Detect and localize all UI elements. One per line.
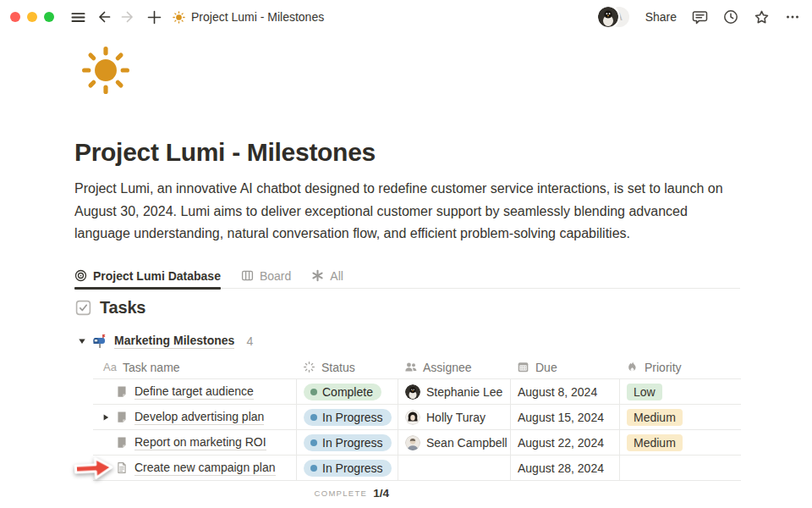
tab-project-lumi-database[interactable]: Project Lumi Database <box>74 263 221 289</box>
table-row[interactable]: Create new campaign planIn ProgressAugus… <box>93 456 741 481</box>
status-cell[interactable]: In Progress <box>296 456 398 481</box>
column-header-task-name[interactable]: Aa Task name <box>93 356 296 379</box>
share-button[interactable]: Share <box>645 10 677 24</box>
board-icon <box>241 269 254 282</box>
due-cell[interactable]: August 15, 2024 <box>510 405 619 430</box>
close-window-button[interactable] <box>10 12 20 22</box>
priority-badge[interactable]: Medium <box>627 434 683 451</box>
assignee-name: Holly Turay <box>426 411 486 424</box>
page-title: Project Lumi - Milestones <box>74 136 376 168</box>
assignee-cell[interactable]: Sean Campbell <box>398 430 510 456</box>
priority-cell[interactable]: Medium <box>619 430 741 456</box>
status-dot-icon <box>310 389 317 395</box>
status-cell[interactable]: In Progress <box>296 430 398 456</box>
task-name-link[interactable]: Define target audience <box>134 384 254 400</box>
view-tabs: Project Lumi Database Board All <box>74 263 740 289</box>
due-date: August 8, 2024 <box>518 385 597 399</box>
priority-badge[interactable]: Low <box>627 384 662 400</box>
text-aa-icon: Aa <box>103 361 117 373</box>
column-header-assignee[interactable]: Assignee <box>398 356 510 379</box>
assignee-avatar <box>405 384 420 400</box>
group-header: Marketing Milestones 4 <box>75 334 253 349</box>
forward-arrow-icon[interactable] <box>118 7 139 27</box>
group-name-link[interactable]: Marketing Milestones <box>114 334 234 349</box>
column-header-due[interactable]: Due <box>510 356 619 379</box>
due-date: August 22, 2024 <box>518 436 604 450</box>
table-header: Aa Task name Status Assignee Due <box>93 356 741 379</box>
page-icon <box>115 385 129 398</box>
table-row[interactable]: Develop advertising planIn ProgressHolly… <box>93 405 741 430</box>
tab-all[interactable]: All <box>311 263 343 289</box>
due-date: August 15, 2024 <box>518 411 604 424</box>
section-heading: Tasks <box>100 298 145 318</box>
status-badge[interactable]: In Progress <box>304 409 392 426</box>
column-header-priority[interactable]: Priority <box>619 356 741 379</box>
titlebar: Project Lumi - Milestones A Share <box>0 0 812 34</box>
status-dot-icon <box>310 414 317 421</box>
task-name-link[interactable]: Report on marketing ROI <box>134 435 266 450</box>
table-row[interactable]: Define target audienceCompleteStephanie … <box>93 379 741 405</box>
mailbox-icon <box>92 334 107 349</box>
assignee-cell[interactable]: Holly Turay <box>398 405 510 430</box>
assignee-name: Stephanie Lee <box>426 385 502 399</box>
assignee-avatar <box>405 410 420 425</box>
history-clock-icon[interactable] <box>723 9 738 25</box>
asterisk-icon <box>311 269 324 282</box>
status-dot-icon <box>310 465 317 472</box>
table-row[interactable]: Report on marketing ROIIn ProgressSean C… <box>93 430 741 456</box>
new-tab-plus-icon[interactable] <box>144 7 164 27</box>
checkbox-icon <box>75 300 91 316</box>
task-name-link[interactable]: Create new campaign plan <box>134 461 276 476</box>
priority-badge[interactable]: Medium <box>627 409 683 426</box>
sidebar-menu-icon[interactable] <box>68 7 88 27</box>
minimize-window-button[interactable] <box>27 12 37 22</box>
priority-cell[interactable]: Medium <box>619 405 741 430</box>
priority-cell[interactable] <box>619 456 741 481</box>
column-header-status[interactable]: Status <box>296 356 398 379</box>
page-icon <box>115 411 129 423</box>
comments-icon[interactable] <box>692 9 708 25</box>
traffic-lights <box>10 12 54 22</box>
collaborator-avatars[interactable]: A <box>598 7 630 27</box>
status-badge[interactable]: In Progress <box>304 434 392 451</box>
table-body: Define target audienceCompleteStephanie … <box>93 379 741 481</box>
status-cell[interactable]: Complete <box>296 379 398 405</box>
page-outline-icon <box>115 461 129 474</box>
group-count: 4 <box>246 334 253 348</box>
back-arrow-icon[interactable] <box>93 7 113 27</box>
status-badge[interactable]: In Progress <box>304 460 392 477</box>
calendar-icon <box>517 361 529 373</box>
zoom-window-button[interactable] <box>44 12 54 22</box>
priority-cell[interactable]: Low <box>619 379 741 405</box>
page-icon <box>115 436 129 449</box>
status-dot-icon <box>310 439 317 446</box>
status-spinner-icon <box>303 361 315 373</box>
task-name-link[interactable]: Develop advertising plan <box>134 410 264 425</box>
due-date: August 28, 2024 <box>518 461 604 475</box>
row-expand-caret-icon[interactable] <box>96 413 115 422</box>
assignee-cell[interactable] <box>398 456 510 481</box>
status-badge[interactable]: Complete <box>304 384 381 400</box>
flame-icon <box>626 361 639 373</box>
favorite-star-icon[interactable] <box>754 9 770 25</box>
people-icon <box>404 361 417 373</box>
assignee-cell[interactable]: Stephanie Lee <box>398 379 510 405</box>
tasks-table: Aa Task name Status Assignee Due <box>93 356 741 505</box>
window-title: Project Lumi - Milestones <box>191 10 324 24</box>
table-footer[interactable]: COMPLETE 1/4 <box>93 481 398 505</box>
due-cell[interactable]: August 28, 2024 <box>510 456 619 481</box>
page-description: Project Lumi, an innovative AI chatbot d… <box>74 178 744 246</box>
page-sun-icon[interactable] <box>81 46 130 95</box>
due-cell[interactable]: August 22, 2024 <box>510 430 619 456</box>
status-cell[interactable]: In Progress <box>296 405 398 430</box>
calc-label: COMPLETE <box>315 489 368 498</box>
tab-board[interactable]: Board <box>241 263 291 289</box>
assignee-name: Sean Campbell <box>426 436 508 450</box>
more-ellipsis-icon[interactable] <box>785 9 800 25</box>
caret-down-icon[interactable] <box>75 337 89 345</box>
calc-value: 1/4 <box>373 487 389 500</box>
user-avatar <box>598 7 618 27</box>
due-cell[interactable]: August 8, 2024 <box>510 379 619 405</box>
notion-window: Project Lumi - Milestones A Share <box>0 0 812 508</box>
tab-sun-icon <box>173 11 185 24</box>
